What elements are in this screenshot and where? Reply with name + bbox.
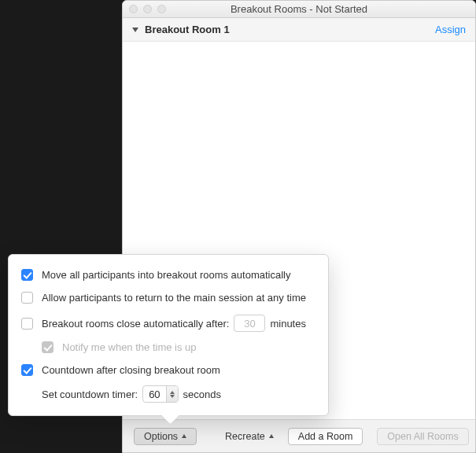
countdown-timer-label: Set countdown timer: — [42, 389, 138, 400]
disclosure-triangle-icon[interactable] — [132, 28, 138, 32]
auto-close-label: Breakout rooms close automatically after… — [42, 318, 229, 330]
countdown-timer-select[interactable]: 60 — [142, 385, 178, 403]
countdown-label: Countdown after closing breakout room — [42, 364, 220, 376]
minimize-window-button[interactable] — [143, 5, 152, 13]
move-auto-label: Move all participants into breakout room… — [42, 269, 290, 281]
close-window-button[interactable] — [129, 5, 138, 13]
recreate-button[interactable]: Recreate — [225, 428, 274, 445]
option-countdown-timer: Set countdown timer: 60 seconds — [21, 385, 315, 403]
auto-close-minutes-input[interactable] — [234, 315, 265, 332]
option-notify-time-up: Notify me when the time is up — [21, 341, 315, 353]
options-button[interactable]: Options — [134, 428, 197, 445]
notify-time-up-checkbox — [42, 341, 54, 353]
notify-time-up-label: Notify me when the time is up — [62, 341, 197, 353]
open-all-rooms-button-label: Open All Rooms — [387, 431, 458, 442]
add-room-button[interactable]: Add a Room — [288, 428, 363, 445]
options-popover: Move all participants into breakout room… — [8, 254, 329, 416]
allow-return-checkbox[interactable] — [21, 292, 33, 304]
options-button-label: Options — [144, 431, 178, 442]
countdown-timer-value: 60 — [143, 389, 165, 400]
room-name: Breakout Room 1 — [145, 24, 435, 35]
move-auto-checkbox[interactable] — [21, 269, 33, 281]
zoom-window-button[interactable] — [157, 5, 166, 13]
option-auto-close: Breakout rooms close automatically after… — [21, 315, 315, 332]
traffic-lights — [123, 5, 166, 13]
allow-return-label: Allow participants to return to the main… — [42, 292, 306, 304]
add-room-button-label: Add a Room — [298, 431, 352, 442]
countdown-timer-unit: seconds — [183, 389, 221, 400]
assign-link[interactable]: Assign — [435, 24, 466, 35]
footer: Options Recreate Add a Room Open All Roo… — [123, 419, 475, 452]
option-move-auto: Move all participants into breakout room… — [21, 269, 315, 281]
chevron-up-icon — [182, 434, 186, 438]
window-title: Breakout Rooms - Not Started — [123, 3, 475, 15]
option-allow-return: Allow participants to return to the main… — [21, 292, 315, 304]
chevron-up-icon — [269, 434, 274, 438]
open-all-rooms-button: Open All Rooms — [377, 428, 468, 445]
countdown-checkbox[interactable] — [21, 364, 33, 376]
room-header: Breakout Room 1 Assign — [123, 18, 475, 42]
auto-close-unit: minutes — [270, 318, 306, 330]
recreate-button-label: Recreate — [225, 431, 265, 442]
stepper-icon — [166, 386, 178, 402]
option-countdown: Countdown after closing breakout room — [21, 364, 315, 376]
titlebar: Breakout Rooms - Not Started — [123, 1, 475, 18]
auto-close-checkbox[interactable] — [21, 318, 33, 330]
